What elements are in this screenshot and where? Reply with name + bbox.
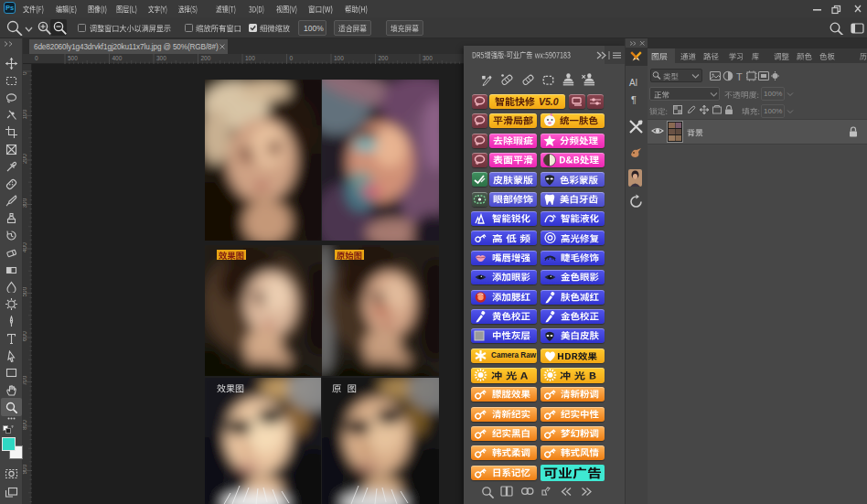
svg-text:400: 400	[112, 55, 123, 61]
svg-text:200: 200	[23, 154, 27, 164]
svg-text:300: 300	[423, 55, 433, 61]
svg-text:0: 0	[290, 55, 294, 61]
svg-text:T: T	[736, 71, 743, 82]
svg-text:500: 500	[23, 286, 27, 296]
svg-text:500: 500	[68, 55, 78, 61]
svg-text:100: 100	[245, 55, 255, 61]
svg-text:0: 0	[23, 71, 27, 75]
svg-text:100: 100	[23, 109, 27, 119]
svg-text:800: 800	[23, 420, 27, 430]
svg-text:300: 300	[156, 55, 166, 61]
svg-text:700: 700	[23, 375, 27, 385]
svg-text:600: 600	[23, 331, 27, 341]
svg-text:300: 300	[23, 198, 27, 208]
svg-text:900: 900	[23, 464, 27, 474]
svg-text:100: 100	[334, 55, 344, 61]
svg-text:200: 200	[379, 55, 389, 61]
svg-text:200: 200	[201, 55, 211, 61]
svg-text:0: 0	[35, 55, 38, 61]
svg-text:400: 400	[23, 242, 27, 252]
